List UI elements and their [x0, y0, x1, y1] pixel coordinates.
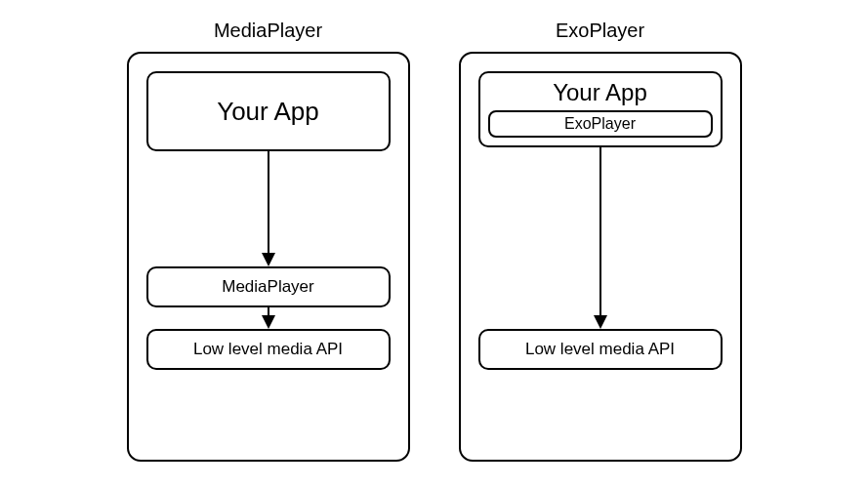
low-level-box-right: Low level media API: [478, 329, 723, 370]
svg-marker-5: [594, 315, 607, 329]
arrow-mediaplayer-to-lowlevel: [146, 307, 391, 329]
exoplayer-title: ExoPlayer: [556, 20, 644, 42]
exoplayer-outer-box: Your App ExoPlayer Low level media API: [459, 52, 742, 462]
mediaplayer-outer-box: Your App MediaPlayer Low level media API: [127, 52, 410, 462]
exoplayer-column: ExoPlayer Your App ExoPlayer Low level m…: [459, 20, 742, 462]
svg-marker-3: [262, 315, 275, 329]
mediaplayer-box: MediaPlayer: [146, 266, 391, 307]
your-app-box-right: Your App ExoPlayer: [478, 71, 723, 147]
exoplayer-inner-box: ExoPlayer: [488, 110, 713, 138]
arrow-app-to-lowlevel-right: [478, 147, 723, 329]
your-app-label-right: Your App: [553, 79, 647, 106]
arrow-down-icon: [591, 147, 610, 329]
your-app-label-left: Your App: [217, 97, 319, 127]
mediaplayer-label: MediaPlayer: [222, 277, 314, 297]
arrow-down-icon: [259, 307, 278, 329]
svg-marker-1: [262, 253, 275, 266]
low-level-label-left: Low level media API: [193, 340, 343, 359]
your-app-box-left: Your App: [146, 71, 391, 151]
mediaplayer-column: MediaPlayer Your App MediaPlayer: [127, 20, 410, 462]
low-level-box-left: Low level media API: [146, 329, 391, 370]
arrow-app-to-mediaplayer: [146, 151, 391, 266]
arrow-down-icon: [259, 151, 278, 266]
mediaplayer-title: MediaPlayer: [214, 20, 322, 42]
low-level-label-right: Low level media API: [525, 340, 675, 359]
diagram-container: MediaPlayer Your App MediaPlayer: [0, 0, 868, 481]
exoplayer-inner-label: ExoPlayer: [564, 115, 636, 133]
